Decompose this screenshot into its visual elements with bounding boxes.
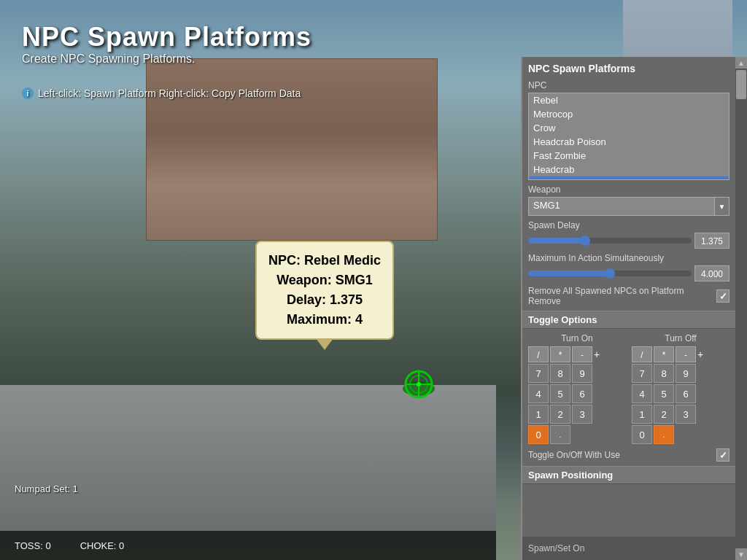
info-icon: i <box>22 88 34 99</box>
turn-on-btn-4[interactable]: 4 <box>528 384 549 403</box>
max-action-fill <box>528 271 610 276</box>
spawn-delay-fill <box>528 238 585 244</box>
weapon-value: SMG1 <box>533 200 560 211</box>
toggle-use-label: Toggle On/Off With Use <box>528 450 620 460</box>
hud-title: NPC Spawn Platforms Create NPC Spawning … <box>22 22 311 66</box>
turn-on-btn-6[interactable]: 6 <box>572 384 592 403</box>
bottom-bar: TOSS: 0 CHOKE: 0 <box>0 531 496 560</box>
turn-off-btn-3[interactable]: 3 <box>676 405 696 424</box>
numpad-info: Numpad Set: 1 <box>15 483 78 494</box>
toggle-use-checkbox[interactable]: ✓ <box>716 448 729 462</box>
turn-on-btn-dot[interactable]: . <box>550 425 570 444</box>
info-text: Left-click: Spawn Platform Right-click: … <box>38 88 301 99</box>
spawn-delay-value[interactable]: 1.375 <box>694 233 729 249</box>
tooltip-line2: Weapon: SMG1 <box>268 271 381 290</box>
bottom-bar-item2: CHOKE: 0 <box>80 540 125 551</box>
turn-off-btn-0[interactable]: 0 <box>632 425 652 444</box>
turn-off-plus: + <box>697 346 703 362</box>
info-bar: i Left-click: Spawn Platform Right-click… <box>22 88 301 99</box>
turn-on-btn-5[interactable]: 5 <box>550 384 570 403</box>
turn-off-display-star: * <box>654 346 674 362</box>
turn-off-btn-4[interactable]: 4 <box>632 384 652 403</box>
turn-on-btn-3[interactable]: 3 <box>572 405 592 424</box>
scrollbar-up-arrow[interactable]: ▲ <box>735 57 747 69</box>
npc-item-rebel[interactable]: Rebel <box>529 93 729 107</box>
turn-off-display-slash: / <box>632 346 652 362</box>
npc-list[interactable]: Rebel Metrocop Crow Headcrab Poison Fast… <box>528 93 729 180</box>
turn-on-bottom-row: 0 . <box>528 425 626 444</box>
scene-wall <box>146 58 438 241</box>
tooltip-bubble: NPC: Rebel Medic Weapon: SMG1 Delay: 1.3… <box>255 241 394 340</box>
target-icon <box>401 368 436 403</box>
turn-on-display-slash: / <box>528 346 549 362</box>
remove-npcs-checkbox[interactable]: ✓ <box>716 289 729 303</box>
turn-off-btn-dot[interactable]: . <box>654 425 674 444</box>
spawn-positioning-header: Spawn Positioning <box>522 466 735 484</box>
spawn-delay-label: Spawn Delay <box>528 220 729 230</box>
panel-inner: NPC Spawn Platforms NPC Rebel Metrocop C… <box>522 57 735 537</box>
npc-item-headcrab[interactable]: Headcrab <box>529 163 729 176</box>
turn-on-display-star: * <box>550 346 570 362</box>
tooltip-line4: Maximum: 4 <box>268 310 381 330</box>
weapon-select[interactable]: SMG1 <box>528 197 715 216</box>
turn-off-btn-9[interactable]: 9 <box>676 364 696 383</box>
spawn-delay-slider-row: 1.375 <box>528 233 729 249</box>
spawn-delay-thumb[interactable] <box>580 236 590 246</box>
turn-off-btn-2[interactable]: 2 <box>654 405 674 424</box>
npc-item-crow[interactable]: Crow <box>529 121 729 135</box>
app-title: NPC Spawn Platforms <box>22 22 311 52</box>
max-action-thumb[interactable] <box>605 268 615 279</box>
spawn-set-on-label: Spawn/Set On <box>528 543 584 553</box>
turn-on-btn-2[interactable]: 2 <box>550 405 570 424</box>
npc-item-fast-zombie[interactable]: Fast Zombie <box>529 149 729 163</box>
weapon-dropdown-arrow[interactable]: ▼ <box>715 197 729 216</box>
turn-on-btn-7[interactable]: 7 <box>528 364 549 383</box>
turn-off-btn-1[interactable]: 1 <box>632 405 652 424</box>
turn-off-display: / * - + <box>632 346 729 362</box>
turn-off-numpad: 7 8 9 4 5 6 1 2 3 <box>632 364 729 424</box>
npc-item-rebel-medic[interactable]: Rebel Medic <box>529 176 729 180</box>
toggle-use-row: Toggle On/Off With Use ✓ <box>528 448 729 462</box>
panel-bottom-bar: Spawn/Set On <box>522 537 735 560</box>
max-action-slider-row: 4.000 <box>528 265 729 281</box>
scrollbar-thumb[interactable] <box>736 70 746 99</box>
npc-item-metrocop[interactable]: Metrocop <box>529 107 729 121</box>
weapon-dropdown-row: SMG1 ▼ <box>528 197 729 216</box>
turn-on-btn-0[interactable]: 0 <box>528 425 549 444</box>
tooltip-line1: NPC: Rebel Medic <box>268 251 381 271</box>
max-action-value[interactable]: 4.000 <box>694 265 729 281</box>
panel-title: NPC Spawn Platforms <box>528 63 729 74</box>
turn-on-btn-1[interactable]: 1 <box>528 405 549 424</box>
turn-on-display-minus: - <box>572 346 592 362</box>
svg-point-5 <box>417 382 421 386</box>
npc-section-label: NPC <box>528 80 729 90</box>
turn-off-group: Turn Off / * - + 7 8 9 4 5 6 1 2 3 <box>632 333 729 444</box>
weapon-label: Weapon <box>528 184 729 195</box>
turn-on-btn-9[interactable]: 9 <box>572 364 592 383</box>
turn-on-display: / * - + <box>528 346 626 362</box>
npc-item-headcrab-poison[interactable]: Headcrab Poison <box>529 135 729 149</box>
turn-off-btn-7[interactable]: 7 <box>632 364 652 383</box>
numpad-set-label: Numpad Set: 1 <box>15 483 78 494</box>
spawn-delay-slider-with-value: 1.375 <box>528 233 729 249</box>
spawn-delay-track[interactable] <box>528 238 692 244</box>
toggle-options-header: Toggle Options <box>522 311 735 329</box>
panel-scrollbar[interactable]: ▲ ▼ <box>735 57 747 560</box>
max-action-slider-with-value: 4.000 <box>528 265 729 281</box>
max-action-track[interactable] <box>528 271 692 276</box>
turn-off-btn-5[interactable]: 5 <box>654 384 674 403</box>
npc-list-container: Rebel Metrocop Crow Headcrab Poison Fast… <box>528 93 729 180</box>
remove-npcs-label: Remove All Spawned NPCs on Platform Remo… <box>528 286 716 306</box>
scene-floor <box>0 385 496 531</box>
turn-on-plus: + <box>594 346 600 362</box>
bottom-bar-item1: TOSS: 0 <box>15 540 51 551</box>
scrollbar-down-arrow[interactable]: ▼ <box>735 548 747 560</box>
turn-on-numpad: 7 8 9 4 5 6 1 2 3 <box>528 364 626 424</box>
turn-off-btn-8[interactable]: 8 <box>654 364 674 383</box>
turn-off-display-minus: - <box>676 346 696 362</box>
app-subtitle: Create NPC Spawning Platforms. <box>22 52 311 66</box>
turn-on-btn-8[interactable]: 8 <box>550 364 570 383</box>
max-action-label: Maximum In Action Simultaneously <box>528 253 729 263</box>
toggle-options-grid: Turn On / * - + 7 8 9 4 5 6 1 2 3 <box>528 333 729 444</box>
turn-off-btn-6[interactable]: 6 <box>676 384 696 403</box>
